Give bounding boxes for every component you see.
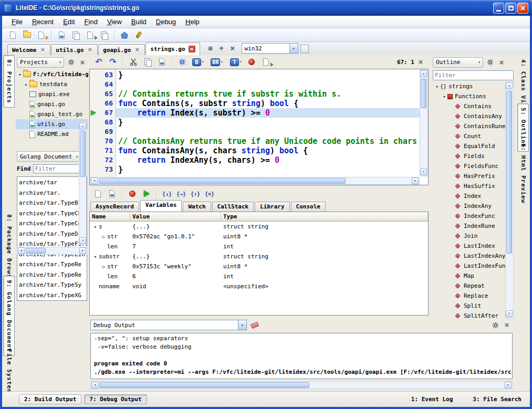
list-item-archive-tar-typesy[interactable]: archive/tar.TypeSy [19, 280, 87, 290]
code-line-text[interactable]: } [116, 165, 420, 174]
variable-row-noname[interactable]: nonamevoid<unspecified> [90, 281, 428, 291]
copy-button[interactable] [141, 56, 154, 68]
scroll-up-button[interactable]: ▴ [79, 123, 86, 130]
outline-combo[interactable]: Outline ▾ [433, 57, 483, 68]
gutter-line-number[interactable]: 73 [90, 165, 116, 174]
scroll-right-button[interactable]: ▸ [79, 247, 86, 254]
editor-line-68[interactable]: 68} [90, 118, 420, 127]
paste-button[interactable] [155, 56, 168, 68]
expander-icon[interactable]: ▾ [92, 222, 99, 232]
project-tree-item-readme-md[interactable]: README.md [16, 129, 88, 139]
tab-close-icon[interactable]: × [134, 47, 140, 53]
variable-row-len[interactable]: len7int [90, 242, 428, 251]
editor-line-65[interactable]: 65// Contains returns true if substr is … [90, 89, 420, 99]
debug-button[interactable] [245, 56, 258, 68]
scroll-right-button[interactable]: ▸ [505, 382, 512, 389]
outline-vscrollbar[interactable]: ▴ ▾ [505, 81, 514, 318]
chevron-down-icon[interactable]: ▾ [289, 44, 298, 53]
maximize-button[interactable] [505, 3, 516, 14]
list-item-archive-tar[interactable]: archive/tar. [19, 188, 87, 198]
scroll-left-button[interactable]: ◂ [18, 247, 25, 254]
tab-close-icon[interactable]: × [189, 46, 195, 53]
menu-item-find[interactable]: Find [80, 16, 102, 27]
outline-item-split[interactable]: Split [433, 301, 506, 311]
gutter-line-number[interactable]: 67 [90, 108, 116, 118]
outline-item-equalfold[interactable]: EqualFold [433, 141, 506, 151]
scroll-thumb[interactable] [26, 248, 46, 254]
status-button-3-file-search[interactable]: 3: File Search [471, 395, 524, 404]
tab-utils-go[interactable]: utils.go× [51, 44, 98, 55]
debug-tab-console[interactable]: Console [291, 202, 326, 212]
env-tool-button[interactable] [300, 45, 309, 53]
scroll-thumb[interactable] [80, 131, 86, 177]
scroll-down-button[interactable]: ▾ [79, 237, 86, 244]
open-project-button[interactable] [35, 29, 47, 41]
close-file-button[interactable] [98, 29, 110, 41]
tab-close-icon[interactable]: × [87, 47, 93, 53]
outline-item-join[interactable]: Join [433, 231, 506, 241]
project-tree-item-goapi-go[interactable]: goapi.go [16, 99, 88, 109]
output-menu-button[interactable] [491, 320, 500, 330]
projects-combo[interactable]: Projects ▾ [17, 57, 64, 68]
scroll-thumb[interactable] [99, 382, 309, 388]
scroll-up-button[interactable]: ▴ [420, 70, 427, 77]
close-output-button[interactable]: × [502, 320, 512, 330]
tab-goapi-go[interactable]: goapi.go× [98, 44, 145, 55]
column-header-name[interactable]: Name [90, 212, 130, 221]
dock-button-9-golang-document[interactable]: 9: Golang Document [3, 276, 15, 356]
outline-item-repeat[interactable]: Repeat [433, 281, 506, 291]
minimize-button[interactable] [493, 3, 504, 14]
code-line-text[interactable]: func ContainsAny(s, chars string) bool { [116, 146, 420, 155]
editor-line-73[interactable]: 73} [90, 165, 420, 174]
continue-button[interactable] [140, 188, 153, 200]
close-button[interactable]: × [517, 3, 528, 14]
step-over-button[interactable]: {→} [175, 188, 187, 200]
gutter-line-number[interactable]: 65 [90, 89, 116, 99]
outline-menu-button[interactable] [485, 58, 495, 67]
variable-row-substr[interactable]: ▾substr{...}struct string [90, 251, 428, 261]
code-line-text[interactable]: } [116, 70, 420, 80]
cut-button[interactable] [127, 56, 140, 68]
project-tree-item-testdata[interactable]: ▸testdata [16, 79, 88, 89]
menu-item-view[interactable]: View [103, 16, 126, 27]
build-button[interactable]: B▾ [190, 56, 206, 68]
menu-item-build[interactable]: Build [127, 16, 151, 27]
code-line-text[interactable]: // Contains returns true if substr is wi… [116, 89, 420, 99]
close-outline-button[interactable]: × [497, 58, 506, 67]
outline-item-hassuffix[interactable]: HasSuffix [433, 181, 506, 191]
new-file-button[interactable] [6, 29, 19, 41]
step-out-button[interactable]: {↑} [189, 188, 202, 200]
step-into-button[interactable]: {↓} [161, 188, 173, 200]
outline-item-hasprefix[interactable]: HasPrefix [433, 171, 506, 181]
debug-tab-variables[interactable]: Variables [140, 200, 182, 212]
outline-item-indexany[interactable]: IndexAny [433, 201, 506, 211]
scroll-thumb[interactable] [506, 91, 512, 254]
output-combo[interactable]: Debug Output ▾ [90, 320, 247, 330]
editor-line-70[interactable]: 70// ContainsAny returns true if any Uni… [90, 137, 420, 146]
doc-list-hscrollbar[interactable]: ◂ ▸ [17, 247, 87, 255]
doc-combo[interactable]: Golang Document ▾ [17, 151, 81, 162]
expander-icon[interactable]: ▾ [434, 84, 440, 89]
project-tree-item-goapi-exe[interactable]: goapi.exe [16, 89, 88, 99]
code-line-text[interactable]: return IndexAny(s, chars) >= 0 [116, 155, 420, 165]
outline-item-functions[interactable]: ▾Functions [433, 91, 506, 101]
outline-item-fields[interactable]: Fields [433, 151, 506, 161]
dock-button-0-projects[interactable]: 0: Projects [3, 55, 15, 108]
code-line-text[interactable] [116, 80, 420, 89]
panel-menu-button[interactable] [66, 58, 76, 67]
expander-icon[interactable]: ▾ [92, 252, 99, 261]
list-item-archive-tar-typexg[interactable]: archive/tar.TypeXG [19, 290, 87, 301]
scroll-right-button[interactable]: ▸ [412, 177, 419, 184]
tab-close-icon[interactable]: × [39, 47, 46, 53]
options-button[interactable] [132, 29, 145, 41]
column-header-value[interactable]: Value [130, 212, 221, 221]
chevron-down-icon[interactable]: ▾ [238, 320, 246, 330]
code-editor[interactable]: 63}6465// Contains returns true if subst… [89, 69, 429, 185]
variable-row-s[interactable]: ▾s{...}struct string [90, 222, 428, 232]
scroll-down-button[interactable]: ▾ [506, 310, 513, 317]
status-button-2-build-output[interactable]: 2: Build Output [19, 394, 81, 404]
outline-item-index[interactable]: Index [433, 191, 506, 201]
scroll-left-button[interactable]: ◂ [91, 177, 98, 184]
gutter-line-number[interactable]: 71 [90, 146, 116, 155]
reload-file-button[interactable] [84, 29, 96, 41]
